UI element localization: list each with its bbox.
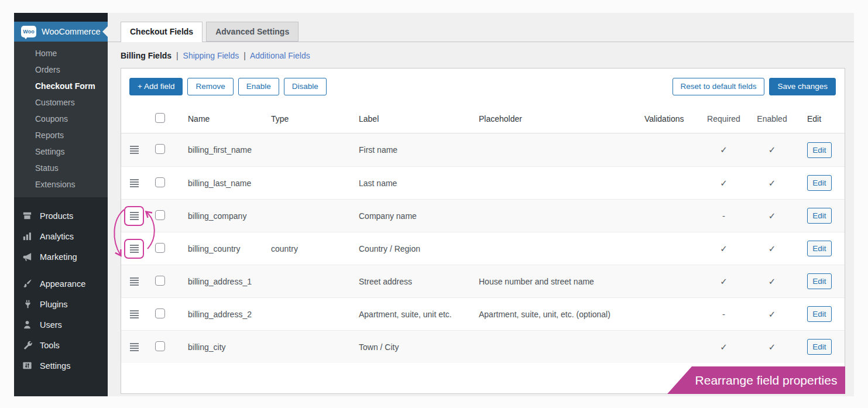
drag-handle[interactable] (124, 173, 144, 193)
remove-button[interactable]: Remove (187, 78, 233, 95)
checkmark-icon: ✓ (768, 309, 776, 319)
edit-button[interactable]: Edit (807, 273, 832, 289)
table-row: billing_address_1Street addressHouse num… (121, 265, 845, 297)
drag-handle[interactable] (124, 272, 144, 292)
drag-handle[interactable] (124, 337, 144, 357)
sidebar-item-products[interactable]: Products (14, 205, 108, 226)
admin-main-menu: ProductsAnalyticsMarketingAppearancePlug… (14, 197, 108, 376)
bar-chart-icon (21, 231, 33, 242)
checkmark-icon: ✓ (720, 145, 728, 155)
user-icon (21, 319, 33, 331)
drag-handle-icon (130, 179, 139, 187)
sidebar-item-woocommerce[interactable]: Woo WooCommerce (14, 22, 108, 42)
row-checkbox[interactable] (155, 177, 165, 187)
checkmark-icon: ✓ (768, 276, 776, 286)
edit-button[interactable]: Edit (807, 306, 832, 322)
admin-page: Woo WooCommerce HomeOrdersCheckout FormC… (14, 13, 854, 396)
dash-mark: - (722, 211, 725, 221)
cell-enabled: ✓ (749, 309, 795, 320)
drag-handle-highlighted[interactable] (124, 206, 144, 226)
row-checkbox[interactable] (155, 243, 165, 253)
drag-handle[interactable] (124, 304, 144, 324)
drag-handle-icon (130, 277, 139, 286)
cell-enabled: ✓ (749, 342, 795, 352)
sidebar-item-extensions[interactable]: Extensions (14, 176, 108, 193)
sidebar-item-coupons[interactable]: Coupons (14, 111, 108, 127)
cell-enabled: ✓ (749, 145, 795, 155)
edit-button[interactable]: Edit (807, 339, 832, 355)
cell-enabled: ✓ (749, 276, 795, 287)
table-row: billing_companyCompany name-✓Edit (121, 199, 845, 232)
cell-label: Last name (345, 179, 465, 188)
sidebar-item-orders[interactable]: Orders (14, 61, 108, 78)
tab-advanced-settings[interactable]: Advanced Settings (206, 22, 299, 42)
cell-name: billing_address_1 (174, 277, 257, 286)
enable-button[interactable]: Enable (238, 78, 279, 95)
cell-label: Company name (345, 211, 465, 221)
disable-button[interactable]: Disable (284, 78, 327, 95)
cell-required: ✓ (699, 342, 749, 352)
column-header-edit: Edit (795, 114, 845, 124)
woocommerce-submenu: HomeOrdersCheckout FormCustomersCouponsR… (14, 42, 108, 197)
admin-topbar (14, 13, 108, 22)
megaphone-icon (21, 251, 33, 263)
cell-label: Apartment, suite, unit etc. (345, 310, 465, 319)
save-changes-button[interactable]: Save changes (769, 78, 836, 95)
select-all-checkbox[interactable] (155, 113, 165, 123)
row-checkbox[interactable] (155, 308, 165, 318)
cell-label: Country / Region (345, 244, 465, 253)
tab-checkout-fields[interactable]: Checkout Fields (121, 22, 203, 42)
row-checkbox[interactable] (155, 276, 165, 286)
edit-button[interactable]: Edit (807, 175, 832, 191)
edit-button[interactable]: Edit (807, 142, 832, 158)
wrench-icon (21, 340, 33, 351)
sidebar-item-analytics[interactable]: Analytics (14, 226, 108, 246)
cell-label: Street address (345, 277, 465, 286)
checkmark-icon: ✓ (768, 145, 776, 155)
sidebar-item-settings[interactable]: Settings (14, 355, 108, 376)
sidebar-item-reports[interactable]: Reports (14, 127, 108, 143)
cell-enabled: ✓ (749, 211, 795, 221)
sidebar-item-plugins[interactable]: Plugins (14, 294, 108, 314)
cell-placeholder: House number and street name (465, 277, 629, 286)
checkmark-icon: ✓ (720, 342, 728, 352)
sidebar-item-checkout-form[interactable]: Checkout Form (14, 78, 108, 94)
cell-name: billing_last_name (174, 179, 257, 188)
checkmark-icon: ✓ (720, 244, 728, 253)
drag-handle-icon (130, 245, 139, 253)
edit-button[interactable]: Edit (807, 208, 832, 224)
column-header-required: Required (699, 114, 749, 124)
sidebar-item-status[interactable]: Status (14, 160, 108, 176)
products-box-icon (21, 210, 33, 222)
row-checkbox[interactable] (155, 210, 165, 220)
row-checkbox[interactable] (155, 341, 165, 351)
subnav-separator: | (176, 51, 179, 60)
drag-handle-icon (130, 212, 139, 220)
drag-handle-highlighted[interactable] (124, 239, 144, 259)
cell-required: - (699, 309, 749, 319)
cell-required: ✓ (699, 276, 749, 287)
edit-button[interactable]: Edit (807, 241, 832, 256)
sidebar-item-customers[interactable]: Customers (14, 94, 108, 111)
sidebar-item-tools[interactable]: Tools (14, 335, 108, 355)
sidebar-item-home[interactable]: Home (14, 45, 108, 61)
drag-handle-icon (130, 310, 139, 318)
sidebar-item-appearance[interactable]: Appearance (14, 273, 108, 294)
subnav-additional-fields[interactable]: Additional Fields (250, 51, 310, 60)
sidebar-item-marketing[interactable]: Marketing (14, 246, 108, 267)
sidebar-item-users[interactable]: Users (14, 314, 108, 335)
subnav-shipping-fields[interactable]: Shipping Fields (183, 51, 239, 60)
add-field-button[interactable]: + Add field (129, 78, 183, 95)
cell-required: - (699, 211, 749, 221)
drag-handle[interactable] (124, 140, 144, 160)
reset-default-fields-button[interactable]: Reset to default fields (673, 78, 765, 95)
table-row: billing_last_nameLast name✓✓Edit (121, 166, 845, 199)
row-checkbox[interactable] (155, 144, 165, 154)
sidebar-item-label: Tools (40, 341, 60, 350)
table-row: billing_cityTown / City✓✓Edit (121, 330, 845, 363)
table-row: billing_first_nameFirst name✓✓Edit (121, 133, 845, 166)
column-header-type: Type (257, 114, 345, 124)
subnav-billing-fields[interactable]: Billing Fields (121, 51, 171, 60)
sidebar-item-settings[interactable]: Settings (14, 143, 108, 160)
checkmark-icon: ✓ (768, 342, 776, 352)
